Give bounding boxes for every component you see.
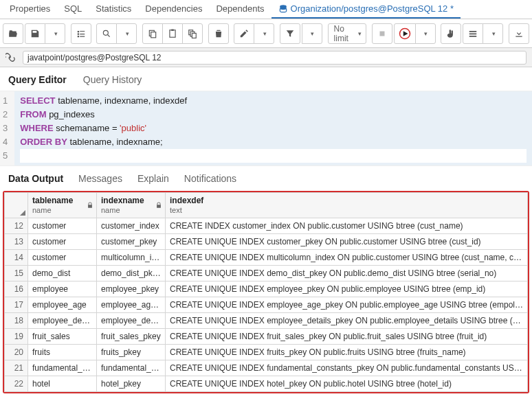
row-number[interactable]: 14 bbox=[5, 250, 28, 266]
tab-query-history[interactable]: Query History bbox=[83, 74, 142, 85]
row-number[interactable]: 21 bbox=[5, 360, 28, 376]
cell-indexname[interactable]: hotel_pkey bbox=[97, 376, 166, 392]
cell-indexname[interactable]: employee_pkey bbox=[97, 281, 166, 297]
table-row[interactable]: 13customercustomer_pkeyCREATE UNIQUE IND… bbox=[5, 234, 528, 250]
tab-properties[interactable]: Properties bbox=[3, 0, 57, 19]
cell-tablename[interactable]: fundamental_co... bbox=[28, 360, 97, 376]
tab-query-tool[interactable]: Organization/postgres@PostgreSQL 12 * bbox=[271, 0, 461, 19]
paste-multi-button[interactable] bbox=[182, 23, 203, 44]
tab-statistics[interactable]: Statistics bbox=[89, 0, 138, 19]
cell-indexdef[interactable]: CREATE UNIQUE INDEX employee_age_pkey ON… bbox=[166, 297, 528, 313]
cell-indexname[interactable]: employee_detail... bbox=[97, 313, 166, 329]
table-row[interactable]: 12customercustomer_indexCREATE INDEX cus… bbox=[5, 218, 528, 234]
row-number[interactable]: 15 bbox=[5, 266, 28, 281]
search-dropdown[interactable]: ▾ bbox=[116, 23, 137, 44]
row-number[interactable]: 19 bbox=[5, 329, 28, 345]
row-number[interactable]: 18 bbox=[5, 313, 28, 329]
tab-explain[interactable]: Explain bbox=[137, 173, 169, 184]
column-header-tablename[interactable]: tablenamename bbox=[28, 193, 97, 218]
cell-indexdef[interactable]: CREATE INDEX customer_index ON public.cu… bbox=[166, 218, 528, 234]
explain-button[interactable] bbox=[441, 23, 461, 44]
cell-indexdef[interactable]: CREATE UNIQUE INDEX fundamental_constant… bbox=[166, 360, 528, 376]
row-number[interactable]: 22 bbox=[5, 376, 28, 392]
cell-indexname[interactable]: customer_pkey bbox=[97, 234, 166, 250]
tab-notifications[interactable]: Notifications bbox=[184, 173, 236, 184]
cell-indexdef[interactable]: CREATE UNIQUE INDEX employee_details_pke… bbox=[166, 313, 528, 329]
tab-messages[interactable]: Messages bbox=[78, 173, 122, 184]
table-row[interactable]: 21fundamental_co...fundamental_co...CREA… bbox=[5, 360, 528, 376]
table-row[interactable]: 16employeeemployee_pkeyCREATE UNIQUE IND… bbox=[5, 281, 528, 297]
cell-tablename[interactable]: employee bbox=[28, 281, 97, 297]
cell-indexdef[interactable]: CREATE UNIQUE INDEX employee_pkey ON pub… bbox=[166, 281, 528, 297]
cell-indexname[interactable]: multicolumn_ind... bbox=[97, 250, 166, 266]
search-button[interactable] bbox=[96, 23, 117, 44]
cell-indexdef[interactable]: CREATE UNIQUE INDEX demo_dist_pkey ON pu… bbox=[166, 266, 528, 281]
column-header-indexname[interactable]: indexnamename bbox=[97, 193, 166, 218]
cell-indexname[interactable]: customer_index bbox=[97, 218, 166, 234]
cell-tablename[interactable]: employee_details bbox=[28, 313, 97, 329]
cell-tablename[interactable]: hotel bbox=[28, 376, 97, 392]
edit-button[interactable] bbox=[234, 23, 254, 44]
table-row[interactable]: 22hotelhotel_pkeyCREATE UNIQUE INDEX hot… bbox=[5, 376, 528, 392]
cell-indexname[interactable]: fundamental_co... bbox=[97, 360, 166, 376]
limit-select[interactable]: No limit ▾ bbox=[328, 23, 366, 44]
cell-indexdef[interactable]: CREATE UNIQUE INDEX customer_pkey ON pub… bbox=[166, 234, 528, 250]
cell-tablename[interactable]: customer bbox=[28, 218, 97, 234]
cell-tablename[interactable]: fruits bbox=[28, 345, 97, 360]
execute-dropdown[interactable]: ▾ bbox=[415, 23, 436, 44]
table-row[interactable]: 17employee_ageemployee_age_p...CREATE UN… bbox=[5, 297, 528, 313]
save-dropdown[interactable]: ▾ bbox=[45, 23, 65, 44]
download-button[interactable] bbox=[509, 23, 529, 44]
row-number[interactable]: 12 bbox=[5, 218, 28, 234]
cell-indexname[interactable]: employee_age_p... bbox=[97, 297, 166, 313]
sql-editor[interactable]: 1 2 3 4 5 SELECT tablename, indexname, i… bbox=[0, 91, 532, 165]
tab-query-editor[interactable]: Query Editor bbox=[8, 74, 67, 85]
cell-indexname[interactable]: fruit_sales_pkey bbox=[97, 329, 166, 345]
copy-icon bbox=[148, 29, 157, 38]
tab-sql[interactable]: SQL bbox=[57, 0, 89, 19]
tab-data-output[interactable]: Data Output bbox=[8, 173, 63, 184]
cell-tablename[interactable]: demo_dist bbox=[28, 266, 97, 281]
cell-indexdef[interactable]: CREATE UNIQUE INDEX fruit_sales_pkey ON … bbox=[166, 329, 528, 345]
macros-button[interactable] bbox=[463, 23, 483, 44]
column-header-indexdef[interactable]: indexdeftext bbox=[166, 193, 528, 218]
stop-button[interactable] bbox=[372, 23, 392, 44]
filter-dropdown[interactable]: ▾ bbox=[302, 23, 322, 44]
paste-button[interactable] bbox=[162, 23, 183, 44]
table-row[interactable]: 18employee_detailsemployee_detail...CREA… bbox=[5, 313, 528, 329]
cell-indexname[interactable]: demo_dist_pkey bbox=[97, 266, 166, 281]
tab-dependents[interactable]: Dependents bbox=[209, 0, 271, 19]
table-row[interactable]: 15demo_distdemo_dist_pkeyCREATE UNIQUE I… bbox=[5, 266, 528, 281]
save-button[interactable] bbox=[25, 23, 45, 44]
select-all-corner[interactable] bbox=[5, 193, 28, 218]
cell-tablename[interactable]: customer bbox=[28, 234, 97, 250]
open-file-button[interactable] bbox=[3, 23, 23, 44]
execute-button[interactable] bbox=[394, 23, 416, 44]
cell-indexdef[interactable]: CREATE UNIQUE INDEX hotel_pkey ON public… bbox=[166, 376, 528, 392]
cell-indexname[interactable]: fruits_pkey bbox=[97, 345, 166, 360]
row-number[interactable]: 17 bbox=[5, 297, 28, 313]
table-row[interactable]: 19fruit_salesfruit_sales_pkeyCREATE UNIQ… bbox=[5, 329, 528, 345]
cell-tablename[interactable]: fruit_sales bbox=[28, 329, 97, 345]
filter-button[interactable] bbox=[280, 23, 300, 44]
copy-button[interactable] bbox=[142, 23, 163, 44]
row-number[interactable]: 13 bbox=[5, 234, 28, 250]
table-row[interactable]: 14customermulticolumn_ind...CREATE UNIQU… bbox=[5, 250, 528, 266]
table-row[interactable]: 20fruitsfruits_pkeyCREATE UNIQUE INDEX f… bbox=[5, 345, 528, 360]
edit-dropdown[interactable]: ▾ bbox=[254, 23, 274, 44]
macros-dropdown[interactable]: ▾ bbox=[483, 23, 503, 44]
chevron-down-icon: ▾ bbox=[263, 30, 267, 37]
cell-indexdef[interactable]: CREATE UNIQUE INDEX multicolumn_index ON… bbox=[166, 250, 528, 266]
code-area[interactable]: SELECT tablename, indexname, indexdef FR… bbox=[14, 91, 532, 165]
find-replace-button[interactable] bbox=[71, 23, 91, 44]
link-icon bbox=[5, 52, 16, 62]
tab-dependencies[interactable]: Dependencies bbox=[138, 0, 209, 19]
delete-button[interactable] bbox=[208, 23, 229, 44]
cell-indexdef[interactable]: CREATE UNIQUE INDEX fruits_pkey ON publi… bbox=[166, 345, 528, 360]
list-icon bbox=[76, 29, 86, 38]
row-number[interactable]: 20 bbox=[5, 345, 28, 360]
cell-tablename[interactable]: customer bbox=[28, 250, 97, 266]
connection-field[interactable]: javatpoint/postgres@PostgreSQL 12 bbox=[23, 51, 527, 65]
row-number[interactable]: 16 bbox=[5, 281, 28, 297]
cell-tablename[interactable]: employee_age bbox=[28, 297, 97, 313]
